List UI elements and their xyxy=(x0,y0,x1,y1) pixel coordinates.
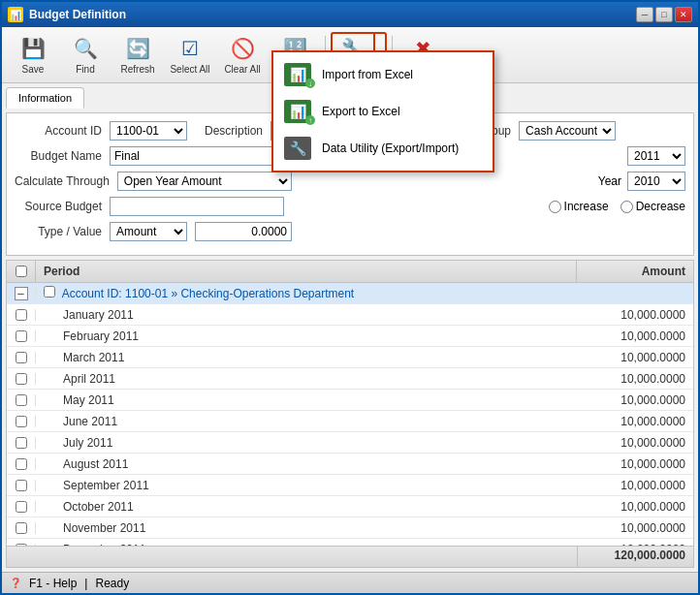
row-checkbox[interactable] xyxy=(16,480,27,491)
minimize-button[interactable]: ─ xyxy=(636,7,653,22)
account-group-select[interactable]: Cash Accounts xyxy=(519,121,616,141)
row-checkbox[interactable] xyxy=(16,437,27,449)
status-bar: ❓ F1 - Help | Ready xyxy=(2,572,698,593)
table-row: August 2011 10,000.0000 xyxy=(7,454,693,475)
window-title: Budget Definition xyxy=(29,8,126,21)
group-row-check: ─ xyxy=(7,287,36,300)
table-row: November 2011 10,000.0000 xyxy=(7,517,693,539)
increase-radio-item[interactable]: Increase xyxy=(549,200,609,213)
type-select[interactable]: Amount xyxy=(110,222,187,241)
row-checkbox[interactable] xyxy=(16,352,27,363)
calc-through-row: Calculate Through Open Year Amount Year … xyxy=(15,172,685,191)
budget-name-input[interactable] xyxy=(110,146,284,166)
description-label: Description xyxy=(195,124,263,138)
help-label: F1 - Help xyxy=(29,577,77,590)
save-button[interactable]: 💾 Save xyxy=(8,32,58,78)
clear-all-button[interactable]: 🚫 Clear All xyxy=(217,32,268,78)
row-checkbox[interactable] xyxy=(16,394,27,406)
grid-body: ─ Account ID: 1100-01 » Checking-Operati… xyxy=(7,283,693,546)
row-checkbox[interactable] xyxy=(16,501,27,513)
export-excel-icon-container: 📊 ↑ xyxy=(283,99,312,124)
row-check-cell xyxy=(7,309,36,321)
increase-radio[interactable] xyxy=(549,201,561,213)
grid-group-row: ─ Account ID: 1100-01 » Checking-Operati… xyxy=(7,283,693,304)
maximize-button[interactable]: □ xyxy=(655,7,673,22)
find-icon: 🔍 xyxy=(72,36,99,62)
row-checkbox[interactable] xyxy=(16,330,27,342)
budget-name-label: Budget Name xyxy=(15,149,102,163)
row-check-cell xyxy=(7,352,36,363)
row-checkbox[interactable] xyxy=(16,522,27,534)
row-amount-cell: 10,000.0000 xyxy=(577,413,693,430)
export-excel-label: Export to Excel xyxy=(322,105,400,118)
decrease-radio[interactable] xyxy=(620,201,633,213)
export-excel-icon: 📊 ↑ xyxy=(284,100,311,123)
row-amount-cell: 10,000.0000 xyxy=(577,434,693,452)
row-check-cell xyxy=(7,501,36,513)
row-check-cell xyxy=(7,437,36,449)
collapse-button[interactable]: ─ xyxy=(15,287,28,300)
row-amount-cell: 10,000.0000 xyxy=(577,477,693,494)
help-icon: ❓ xyxy=(10,578,21,588)
row-checkbox[interactable] xyxy=(16,373,27,385)
data-utility-icon-container: 🔧 xyxy=(283,136,312,161)
import-excel-item[interactable]: 📊 ↓ Import from Excel xyxy=(273,56,493,93)
import-excel-icon-container: 📊 ↓ xyxy=(283,62,312,87)
grid-header: Period Amount xyxy=(7,261,693,283)
tools-dropdown-menu: 📊 ↓ Import from Excel 📊 ↑ Export to Exce… xyxy=(271,50,494,172)
export-excel-item[interactable]: 📊 ↑ Export to Excel xyxy=(273,93,493,130)
row-check-cell xyxy=(7,330,36,342)
row-checkbox[interactable] xyxy=(16,416,27,427)
source-budget-label: Source Budget xyxy=(15,200,102,213)
table-row: February 2011 10,000.0000 xyxy=(7,326,693,347)
window-close-button[interactable]: ✕ xyxy=(675,7,692,22)
refresh-button[interactable]: 🔄 Refresh xyxy=(112,32,163,78)
data-utility-item[interactable]: 🔧 Data Utility (Export/Import) xyxy=(273,130,493,167)
year-select[interactable]: 2011 xyxy=(627,146,685,166)
row-amount-cell: 10,000.0000 xyxy=(577,498,693,516)
row-check-cell xyxy=(7,416,36,427)
select-all-button[interactable]: ☑ Select All xyxy=(165,32,215,78)
group-checkbox[interactable] xyxy=(44,286,55,298)
main-window: 📊 Budget Definition ─ □ ✕ 💾 Save 🔍 Find … xyxy=(0,0,700,595)
table-row: March 2011 10,000.0000 xyxy=(7,347,693,368)
account-id-select[interactable]: 1100-01 xyxy=(110,121,187,141)
row-check-cell xyxy=(7,373,36,385)
row-period-cell: February 2011 xyxy=(36,328,577,345)
decrease-label: Decrease xyxy=(636,200,685,213)
type-number-input[interactable] xyxy=(195,222,292,241)
row-check-cell xyxy=(7,394,36,406)
row-amount-cell: 10,000.0000 xyxy=(577,370,693,388)
increase-label: Increase xyxy=(564,200,609,213)
calc-through-label: Calculate Through xyxy=(15,174,110,188)
base-year-select[interactable]: 2010 xyxy=(627,172,685,191)
account-id-label: Account ID xyxy=(15,124,102,138)
import-excel-label: Import from Excel xyxy=(322,68,413,81)
data-utility-icon: 🔧 xyxy=(284,137,311,160)
select-all-checkbox[interactable] xyxy=(16,266,27,277)
row-period-cell: August 2011 xyxy=(36,455,577,473)
row-check-cell xyxy=(7,458,36,470)
row-amount-cell: 10,000.0000 xyxy=(577,328,693,345)
tab-information[interactable]: Information xyxy=(6,87,84,109)
find-label: Find xyxy=(76,64,94,75)
row-check-cell xyxy=(7,522,36,534)
table-row: December 2011 10,000.0000 xyxy=(7,539,693,546)
title-bar-left: 📊 Budget Definition xyxy=(8,7,126,22)
table-row: January 2011 10,000.0000 xyxy=(7,304,693,326)
decrease-radio-item[interactable]: Decrease xyxy=(620,200,685,213)
select-all-icon: ☑ xyxy=(176,36,204,62)
clear-all-label: Clear All xyxy=(224,64,260,75)
find-button[interactable]: 🔍 Find xyxy=(60,32,111,78)
title-buttons: ─ □ ✕ xyxy=(636,7,692,22)
source-budget-input[interactable] xyxy=(110,197,284,216)
row-checkbox[interactable] xyxy=(16,309,27,321)
row-period-cell: March 2011 xyxy=(36,349,577,366)
radio-group: Increase Decrease xyxy=(549,200,685,213)
row-period-cell: November 2011 xyxy=(36,519,577,537)
row-checkbox[interactable] xyxy=(16,458,27,470)
type-value-label: Type / Value xyxy=(15,225,102,238)
table-row: April 2011 10,000.0000 xyxy=(7,368,693,390)
calc-through-select[interactable]: Open Year Amount xyxy=(117,172,292,191)
grid-footer-period xyxy=(7,547,577,567)
